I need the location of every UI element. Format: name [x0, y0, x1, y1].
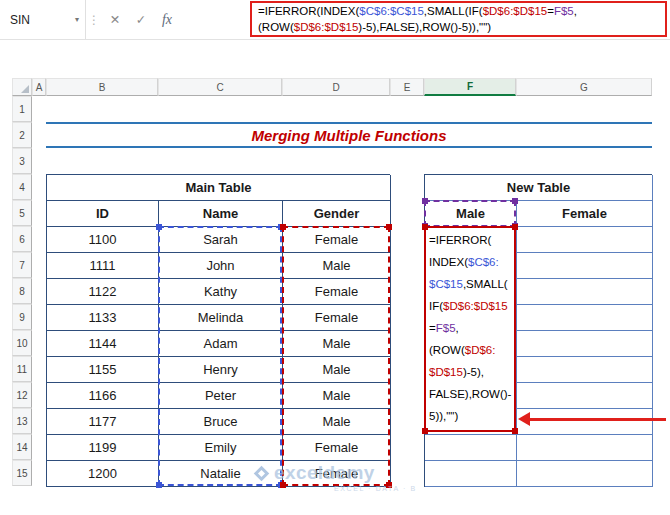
formula-bar-text: =IFERROR(INDEX($C$6:$C$15,SMALL(IF($D$6:…	[258, 4, 659, 35]
row-header-12[interactable]: 12	[12, 382, 32, 408]
new-table-header-female[interactable]: Female	[517, 201, 653, 227]
formula-bar-segment: =	[547, 5, 554, 17]
cell-formula-segment: ,	[456, 322, 459, 334]
cell-g15[interactable]	[517, 461, 653, 487]
cell-b6[interactable]: 1100	[47, 227, 159, 253]
cell-c11[interactable]: Henry	[159, 357, 283, 383]
row-header-8[interactable]: 8	[12, 278, 32, 304]
new-table-title[interactable]: New Table	[425, 175, 653, 201]
cell-d10[interactable]: Male	[283, 331, 391, 357]
main-table-header-name[interactable]: Name	[159, 201, 283, 227]
cell-g11[interactable]	[517, 357, 653, 383]
cell-formula-line-3: $C$15,SMALL(	[429, 273, 511, 295]
cell-g8[interactable]	[517, 279, 653, 305]
row-header-9[interactable]: 9	[12, 304, 32, 330]
row-header-13[interactable]: 13	[12, 408, 32, 434]
cell-f15[interactable]	[425, 461, 517, 487]
cancel-button[interactable]: ✕	[102, 0, 128, 39]
main-table-header-id[interactable]: ID	[47, 201, 159, 227]
row-header-5[interactable]: 5	[12, 200, 32, 226]
cell-g12[interactable]	[517, 383, 653, 409]
cell-c10[interactable]: Adam	[159, 331, 283, 357]
cell-formula-line-9: 5)),"")	[429, 405, 511, 427]
column-header-c[interactable]: C	[158, 78, 282, 96]
cell-b14[interactable]: 1199	[47, 435, 159, 461]
cell-d6[interactable]: Female	[283, 227, 391, 253]
cell-formula-segment: $D$15	[429, 366, 463, 378]
range-handle	[422, 428, 428, 434]
cell-d12[interactable]: Male	[283, 383, 391, 409]
name-box[interactable]: SIN ▾	[0, 0, 86, 39]
cell-formula-segment: INDEX(	[429, 256, 468, 268]
cell-g9[interactable]	[517, 305, 653, 331]
column-header-e[interactable]: E	[390, 78, 424, 96]
row-header-3[interactable]: 3	[12, 148, 32, 174]
row-header-4[interactable]: 4	[12, 174, 32, 200]
cell-c7[interactable]: John	[159, 253, 283, 279]
cell-c6[interactable]: Sarah	[159, 227, 283, 253]
range-handle	[512, 428, 518, 434]
insert-function-button[interactable]: fx	[154, 0, 180, 39]
column-header-b[interactable]: B	[46, 78, 158, 96]
cell-formula-segment: ,SMALL(	[463, 278, 508, 290]
new-table-header-male[interactable]: Male	[425, 201, 517, 227]
cell-b10[interactable]: 1144	[47, 331, 159, 357]
cell-g6[interactable]	[517, 227, 653, 253]
cell-b13[interactable]: 1177	[47, 409, 159, 435]
row-header-11[interactable]: 11	[12, 356, 32, 382]
row-header-1[interactable]: 1	[12, 96, 32, 122]
formula-toolbar: SIN ▾ ⋮ ✕ ✓ fx =IFERROR(INDEX($C$6:$C$15…	[0, 0, 670, 40]
formula-bar-segment: $C$6:$C$15	[359, 5, 424, 17]
sheet-title-cell[interactable]: Merging Multiple Functions	[46, 122, 652, 148]
row-header-7[interactable]: 7	[12, 252, 32, 278]
cell-d7[interactable]: Male	[283, 253, 391, 279]
row-header-14[interactable]: 14	[12, 434, 32, 460]
cell-g14[interactable]	[517, 435, 653, 461]
row-header-10[interactable]: 10	[12, 330, 32, 356]
select-all-corner[interactable]	[12, 78, 32, 96]
cell-b12[interactable]: 1166	[47, 383, 159, 409]
row-header-strip: 123456789101112131415	[12, 96, 32, 486]
cell-d14[interactable]: Female	[283, 435, 391, 461]
cell-d11[interactable]: Male	[283, 357, 391, 383]
cell-c14[interactable]: Emily	[159, 435, 283, 461]
cell-d8[interactable]: Female	[283, 279, 391, 305]
cell-d15[interactable]: Female	[283, 461, 391, 487]
formula-bar-line-1: =IFERROR(INDEX($C$6:$C$15,SMALL(IF($D$6:…	[258, 4, 659, 20]
main-table-header-gender[interactable]: Gender	[283, 201, 391, 227]
cell-d13[interactable]: Male	[283, 409, 391, 435]
column-header-a[interactable]: A	[32, 78, 46, 96]
cell-b9[interactable]: 1133	[47, 305, 159, 331]
cell-formula-line-6: (ROW($D$6:	[429, 339, 511, 361]
formula-bar-segment: $D$6:$D$15	[483, 5, 548, 17]
row-header-6[interactable]: 6	[12, 226, 32, 252]
column-header-f[interactable]: F	[424, 78, 516, 96]
cell-b11[interactable]: 1155	[47, 357, 159, 383]
chevron-down-icon[interactable]: ▾	[75, 15, 79, 24]
cell-formula-line-8: FALSE),ROW()-	[429, 383, 511, 405]
formula-bar-segment: ,	[574, 5, 577, 17]
cell-f14[interactable]	[425, 435, 517, 461]
cell-c15[interactable]: Natalie	[159, 461, 283, 487]
cell-c9[interactable]: Melinda	[159, 305, 283, 331]
enter-button[interactable]: ✓	[128, 0, 154, 39]
cell-b7[interactable]: 1111	[47, 253, 159, 279]
cell-formula-segment: IF(	[429, 300, 443, 312]
cell-c8[interactable]: Kathy	[159, 279, 283, 305]
column-header-d[interactable]: D	[282, 78, 390, 96]
cell-c12[interactable]: Peter	[159, 383, 283, 409]
cell-g7[interactable]	[517, 253, 653, 279]
row-header-15[interactable]: 15	[12, 460, 32, 486]
cell-c13[interactable]: Bruce	[159, 409, 283, 435]
formula-bar[interactable]: =IFERROR(INDEX($C$6:$C$15,SMALL(IF($D$6:…	[180, 0, 670, 39]
cell-formula-segment: (ROW(	[429, 344, 465, 356]
cell-b15[interactable]: 1200	[47, 461, 159, 487]
cell-g10[interactable]	[517, 331, 653, 357]
cell-g13[interactable]	[517, 409, 653, 435]
row-header-2[interactable]: 2	[12, 122, 32, 148]
cell-b8[interactable]: 1122	[47, 279, 159, 305]
cell-d9[interactable]: Female	[283, 305, 391, 331]
column-header-g[interactable]: G	[516, 78, 652, 96]
main-table-title[interactable]: Main Table	[47, 175, 391, 201]
active-cell-formula-f6[interactable]: =IFERROR(INDEX($C$6:$C$15,SMALL(IF($D$6:…	[424, 226, 516, 432]
